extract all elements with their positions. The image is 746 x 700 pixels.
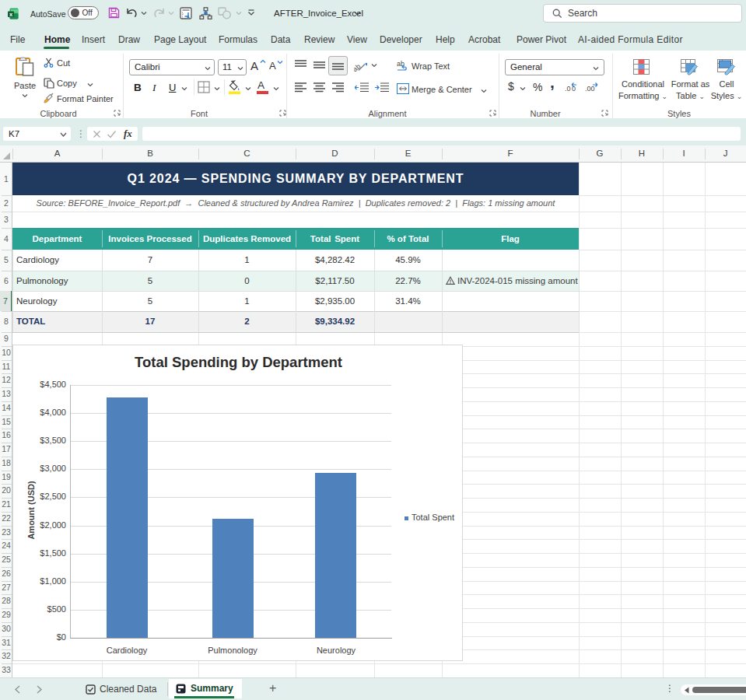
svg-text:0: 0 bbox=[572, 85, 576, 93]
svg-text:.0: .0 bbox=[565, 85, 571, 93]
svg-text:ab: ab bbox=[354, 62, 362, 72]
svg-text:.00: .00 bbox=[585, 85, 595, 93]
